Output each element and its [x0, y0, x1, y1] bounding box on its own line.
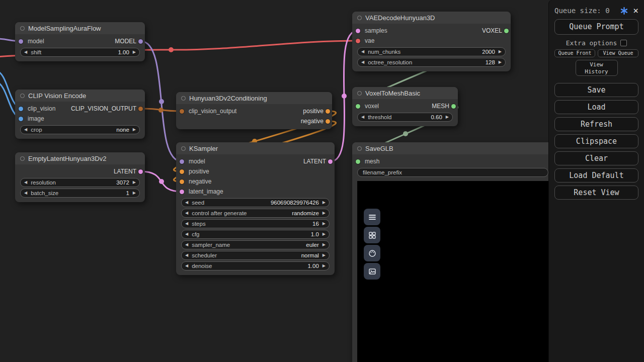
grid-button[interactable] [364, 227, 380, 243]
left-arrow-icon[interactable]: ◀ [24, 180, 27, 185]
reset-view-button[interactable]: Reset View [554, 186, 638, 200]
load-default-button[interactable]: Load Default [554, 168, 638, 183]
input-port-model[interactable] [180, 159, 184, 164]
queue-front-button[interactable]: Queue Front [554, 49, 595, 57]
left-arrow-icon[interactable]: ◀ [361, 60, 364, 64]
node-title-bar[interactable]: Hunyuan3Dv2Conditioning [176, 92, 332, 104]
node-title-bar[interactable]: SaveGLB [352, 142, 553, 154]
right-arrow-icon[interactable]: ▶ [133, 191, 136, 195]
widget-shift[interactable]: ◀ shift 1.00 ▶ [20, 48, 140, 57]
node-title-bar[interactable]: KSampler [176, 142, 335, 154]
widget-resolution[interactable]: ◀ resolution 3072 ▶ [20, 178, 140, 187]
left-arrow-icon[interactable]: ◀ [361, 115, 364, 119]
right-arrow-icon[interactable]: ▶ [323, 201, 326, 205]
widget-steps[interactable]: ◀ steps 16 ▶ [181, 219, 330, 228]
output-port-negative[interactable] [326, 119, 330, 124]
clipspace-button[interactable]: Clipspace [554, 134, 638, 148]
widget-num-chunks[interactable]: ◀ num_chunks 2000 ▶ [357, 47, 506, 56]
graph-canvas[interactable]: ModelSamplingAuraFlow model MODEL ◀ shif… [0, 0, 644, 362]
palette-button[interactable] [364, 245, 380, 261]
close-icon[interactable]: × [633, 6, 638, 15]
load-button[interactable]: Load [554, 100, 638, 114]
widget-seed[interactable]: ◀ seed 960690829976426 ▶ [181, 198, 330, 207]
widget-octree-resolution[interactable]: ◀ octree_resolution 128 ▶ [357, 58, 506, 67]
output-port-model[interactable] [138, 39, 143, 44]
widget-crop[interactable]: ◀ crop none ▶ [20, 125, 140, 134]
settings-button[interactable] [620, 7, 628, 15]
view-queue-button[interactable]: View Queue [598, 49, 638, 57]
node-emptylatenthunyuan3dv2[interactable]: EmptyLatentHunyuan3Dv2 LATENT ◀ resoluti… [15, 152, 145, 202]
right-arrow-icon[interactable]: ▶ [499, 50, 502, 54]
collapse-dot[interactable] [181, 96, 186, 101]
widget-control-after-generate[interactable]: ◀ control after generate randomize ▶ [181, 209, 330, 218]
widget-cfg[interactable]: ◀ cfg 1.0 ▶ [181, 230, 330, 239]
left-arrow-icon[interactable]: ◀ [185, 232, 188, 236]
collapse-dot[interactable] [357, 91, 362, 96]
right-arrow-icon[interactable]: ▶ [323, 243, 326, 247]
image-button[interactable] [364, 263, 380, 280]
widget-batch-size[interactable]: ◀ batch_size 1 ▶ [20, 189, 140, 198]
input-port-vae[interactable] [356, 39, 360, 43]
right-arrow-icon[interactable]: ▶ [133, 128, 136, 132]
node-voxeltomeshbasic[interactable]: VoxelToMeshBasic voxel MESH ◀ threshold … [352, 87, 458, 126]
right-arrow-icon[interactable]: ▶ [323, 253, 326, 257]
node-title-bar[interactable]: VoxelToMeshBasic [352, 87, 458, 99]
node-saveglb[interactable]: SaveGLB mesh filename_prefix [352, 142, 553, 362]
view-history-button[interactable]: View History [576, 60, 618, 76]
node-title-bar[interactable]: EmptyLatentHunyuan3Dv2 [15, 152, 145, 164]
right-arrow-icon[interactable]: ▶ [323, 211, 326, 215]
right-arrow-icon[interactable]: ▶ [499, 60, 502, 64]
output-port-positive[interactable] [326, 109, 330, 114]
menu-button[interactable] [364, 209, 380, 225]
node-vaedecodehunyuan3d[interactable]: VAEDecodeHunyuan3D samples VOXEL vae ◀ n… [352, 12, 511, 71]
save-button[interactable]: Save [554, 83, 638, 97]
node-title-bar[interactable]: CLIP Vision Encode [15, 89, 145, 102]
left-arrow-icon[interactable]: ◀ [185, 211, 188, 215]
right-arrow-icon[interactable]: ▶ [323, 264, 326, 268]
node-hunyuan3dv2conditioning[interactable]: Hunyuan3Dv2Conditioning clip_vision_outp… [176, 92, 332, 129]
widget-threshold[interactable]: ◀ threshold 0.60 ▶ [357, 113, 453, 122]
3d-preview[interactable] [357, 181, 548, 362]
left-arrow-icon[interactable]: ◀ [361, 50, 364, 54]
input-port-clip-vision-output[interactable] [180, 109, 184, 114]
node-title-bar[interactable]: VAEDecodeHunyuan3D [352, 12, 511, 24]
input-port-samples[interactable] [356, 29, 360, 33]
right-arrow-icon[interactable]: ▶ [133, 180, 136, 185]
output-port-voxel[interactable] [504, 29, 509, 33]
node-modelsamplingauraflow[interactable]: ModelSamplingAuraFlow model MODEL ◀ shif… [15, 22, 145, 61]
widget-filename-prefix[interactable]: filename_prefix [357, 168, 548, 177]
left-arrow-icon[interactable]: ◀ [185, 222, 188, 226]
widget-scheduler[interactable]: ◀ scheduler normal ▶ [181, 251, 330, 260]
right-arrow-icon[interactable]: ▶ [323, 232, 326, 236]
collapse-dot[interactable] [20, 94, 25, 98]
input-port-negative[interactable] [180, 179, 184, 184]
input-port-model[interactable] [19, 39, 23, 44]
input-port-positive[interactable] [180, 169, 184, 174]
collapse-dot[interactable] [20, 26, 25, 31]
node-ksampler[interactable]: KSampler model LATENT positive negative … [176, 142, 335, 275]
extra-options-checkbox[interactable] [620, 40, 627, 46]
input-port-mesh[interactable] [356, 159, 360, 164]
right-arrow-icon[interactable]: ▶ [446, 115, 449, 119]
node-title-bar[interactable]: ModelSamplingAuraFlow [15, 22, 145, 34]
output-port-latent[interactable] [328, 159, 333, 164]
output-port-latent[interactable] [138, 169, 143, 174]
widget-denoise[interactable]: ◀ denoise 1.00 ▶ [181, 261, 330, 270]
collapse-dot[interactable] [357, 16, 362, 20]
collapse-dot[interactable] [181, 146, 186, 151]
input-port-image[interactable] [19, 117, 23, 121]
node-clip-vision-encode[interactable]: CLIP Vision Encode clip_vision CLIP_VISI… [15, 89, 145, 139]
left-arrow-icon[interactable]: ◀ [185, 201, 188, 205]
right-arrow-icon[interactable]: ▶ [323, 222, 326, 226]
collapse-dot[interactable] [357, 146, 362, 151]
left-arrow-icon[interactable]: ◀ [185, 264, 188, 268]
left-arrow-icon[interactable]: ◀ [185, 243, 188, 247]
input-port-clip-vision[interactable] [19, 107, 23, 111]
left-arrow-icon[interactable]: ◀ [185, 253, 188, 257]
left-arrow-icon[interactable]: ◀ [24, 50, 27, 54]
widget-sampler-name[interactable]: ◀ sampler_name euler ▶ [181, 240, 330, 249]
output-port-clip-vision-output[interactable] [138, 107, 143, 111]
left-arrow-icon[interactable]: ◀ [24, 128, 27, 132]
collapse-dot[interactable] [20, 156, 25, 161]
left-arrow-icon[interactable]: ◀ [24, 191, 27, 195]
